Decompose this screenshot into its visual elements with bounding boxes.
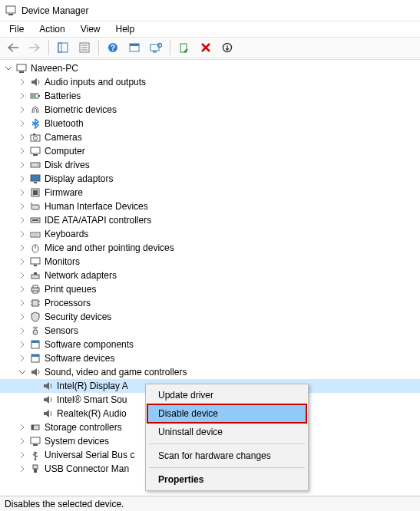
- expand-icon[interactable]: [17, 256, 28, 267]
- ctx-properties[interactable]: Properties: [147, 470, 306, 489]
- tree-category[interactable]: Software components: [0, 338, 420, 351]
- printer-icon: [29, 283, 41, 295]
- svg-rect-61: [31, 437, 40, 443]
- tree-category[interactable]: Human Interface Devices: [0, 199, 420, 213]
- expand-icon[interactable]: [17, 91, 28, 101]
- expand-icon[interactable]: [17, 312, 28, 322]
- menu-action[interactable]: Action: [33, 22, 71, 36]
- system-icon: [29, 435, 41, 447]
- category-label: Network adapters: [45, 270, 117, 281]
- svg-rect-32: [33, 190, 38, 195]
- menu-file[interactable]: File: [3, 22, 30, 36]
- expand-icon[interactable]: [17, 298, 28, 308]
- expand-icon[interactable]: [17, 242, 28, 253]
- back-button[interactable]: [4, 39, 22, 56]
- expand-icon[interactable]: [17, 146, 28, 157]
- forward-button[interactable]: [25, 39, 44, 56]
- svg-point-28: [37, 164, 38, 166]
- category-label: Keyboards: [45, 229, 88, 239]
- svg-rect-44: [31, 275, 39, 279]
- expand-icon[interactable]: [17, 284, 28, 295]
- ctx-update-driver[interactable]: Update driver: [147, 386, 306, 404]
- expand-icon[interactable]: [17, 339, 28, 350]
- software-icon: [29, 338, 41, 351]
- tree-category[interactable]: Mice and other pointing devices: [0, 241, 420, 255]
- tree-category[interactable]: Monitors: [0, 255, 420, 269]
- category-label: Security devices: [45, 312, 111, 322]
- ctx-uninstall-device[interactable]: Uninstall device: [147, 423, 306, 441]
- device-label: Intel® Smart Sou: [57, 394, 127, 405]
- tree-category[interactable]: Software devices: [0, 351, 420, 365]
- battery-icon: [29, 90, 41, 102]
- expand-icon[interactable]: [17, 270, 28, 281]
- expand-icon[interactable]: [17, 229, 28, 239]
- expand-icon[interactable]: [17, 422, 28, 433]
- tree-category[interactable]: Display adaptors: [0, 172, 420, 186]
- category-label: Software devices: [45, 353, 114, 364]
- monitor-icon: [29, 256, 41, 268]
- disable-device-button[interactable]: [197, 39, 215, 56]
- expand-icon[interactable]: [17, 450, 28, 460]
- tree-category[interactable]: Firmware: [0, 186, 420, 199]
- svg-rect-27: [31, 163, 40, 167]
- enable-device-button[interactable]: [175, 39, 193, 56]
- tree-category[interactable]: Processors: [0, 296, 420, 310]
- tree-category[interactable]: Biometric devices: [0, 103, 420, 117]
- sensor-icon: [29, 325, 41, 337]
- firmware-icon: [29, 186, 41, 199]
- svg-rect-60: [31, 425, 34, 430]
- tree-category[interactable]: Batteries: [0, 89, 420, 103]
- tree-category[interactable]: Print queues: [0, 282, 420, 296]
- expand-icon[interactable]: [17, 201, 28, 212]
- tree-root[interactable]: Naveen-PC: [0, 61, 420, 75]
- ctx-scan-hardware[interactable]: Scan for hardware changes: [147, 447, 306, 465]
- svg-rect-0: [6, 6, 15, 13]
- expand-icon[interactable]: [17, 436, 28, 447]
- category-sound[interactable]: Sound, video and game controllers: [0, 365, 420, 379]
- svg-rect-11: [130, 44, 139, 46]
- show-hide-tree-button[interactable]: [54, 39, 72, 56]
- expand-icon[interactable]: [17, 325, 28, 336]
- expand-icon[interactable]: [17, 353, 28, 364]
- expand-icon[interactable]: [17, 215, 28, 226]
- tree-category[interactable]: Keyboards: [0, 227, 420, 241]
- scan-hardware-button[interactable]: [147, 39, 165, 56]
- status-bar: Disables the selected device.: [0, 496, 420, 511]
- help-button[interactable]: ?: [104, 39, 122, 56]
- expand-icon[interactable]: [17, 132, 28, 143]
- device-label: Realtek(R) Audio: [57, 408, 127, 419]
- expand-icon[interactable]: [17, 160, 28, 170]
- tree-category[interactable]: Cameras: [0, 130, 420, 144]
- expand-icon[interactable]: [17, 173, 28, 184]
- tree-category[interactable]: Bluetooth: [0, 117, 420, 130]
- expand-icon[interactable]: [17, 463, 28, 474]
- menu-help[interactable]: Help: [110, 22, 141, 36]
- expand-icon[interactable]: [17, 187, 28, 198]
- tree-category[interactable]: Audio inputs and outputs: [0, 75, 420, 89]
- expand-icon[interactable]: [17, 77, 28, 87]
- svg-rect-47: [33, 285, 38, 288]
- svg-rect-58: [31, 354, 39, 357]
- tree-category[interactable]: Network adapters: [0, 269, 420, 282]
- tree-category[interactable]: Sensors: [0, 324, 420, 338]
- category-label: Display adaptors: [45, 173, 113, 184]
- tree-category[interactable]: Computer: [0, 144, 420, 158]
- audio-icon: [29, 76, 41, 88]
- collapse-icon[interactable]: [3, 63, 14, 74]
- ctx-disable-device[interactable]: Disable device: [147, 404, 306, 423]
- collapse-icon[interactable]: [17, 367, 28, 377]
- svg-rect-62: [33, 444, 38, 446]
- tree-category[interactable]: IDE ATA/ATAPI controllers: [0, 213, 420, 227]
- properties-button[interactable]: [75, 39, 94, 56]
- uninstall-device-button[interactable]: [218, 39, 236, 56]
- tree-category[interactable]: Disk drives: [0, 158, 420, 172]
- expand-icon[interactable]: [17, 104, 28, 115]
- menu-view[interactable]: View: [74, 22, 107, 36]
- svg-rect-21: [31, 94, 36, 97]
- action-view-button[interactable]: [125, 39, 144, 56]
- expand-icon[interactable]: [17, 118, 28, 129]
- security-icon: [29, 311, 41, 323]
- svg-rect-45: [34, 272, 37, 275]
- svg-rect-56: [31, 341, 39, 343]
- tree-category[interactable]: Security devices: [0, 310, 420, 324]
